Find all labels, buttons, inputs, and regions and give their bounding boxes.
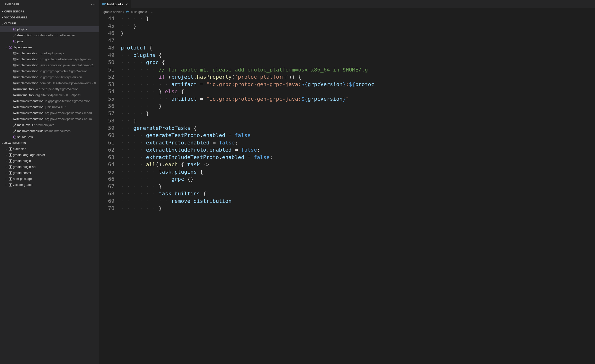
- project-item-gradle-language-server[interactable]: ›gradle-language-server: [0, 152, 99, 158]
- outline-item-description: org.powermock:powermock-api-m...: [45, 117, 95, 121]
- cube-icon: [13, 135, 17, 139]
- line-number: 68: [99, 190, 114, 198]
- outline-item-dependencies[interactable]: ⌄dependencies: [0, 44, 99, 50]
- module-icon: [8, 153, 13, 157]
- code-line[interactable]: · · · · generateTestProto.enabled = fals…: [121, 132, 595, 139]
- code-line[interactable]: · · · · extractProto.enabled = false;: [121, 139, 595, 147]
- section-vscode-gradle[interactable]: › VSCODE-GRADLE: [0, 14, 99, 20]
- svg-rect-22: [14, 95, 16, 95]
- project-item-gradle-server[interactable]: ›gradle-server: [0, 170, 99, 176]
- code-line[interactable]: · · · · · · } else {: [121, 88, 595, 96]
- code-line[interactable]: · · · · all().each { task ->: [121, 161, 595, 168]
- outline-item-mainJavaDir[interactable]: ›mainJavaDirsrc/main/java: [0, 122, 99, 128]
- code-line[interactable]: · · · · grpc {: [121, 59, 595, 66]
- tab-label: build.gradle: [107, 2, 123, 6]
- outline-item-plugins[interactable]: ›plugins: [0, 26, 99, 32]
- code-line[interactable]: · · · · · · · · remove distribution: [121, 198, 595, 205]
- constant-icon: [13, 93, 17, 97]
- outline-item-sourceSets[interactable]: ›sourceSets: [0, 134, 99, 140]
- code-line[interactable]: · · · · · · task.builtins {: [121, 190, 595, 198]
- svg-rect-30: [14, 112, 16, 114]
- outline-item-runtimeOnly[interactable]: ›runtimeOnlyorg.slf4j:slf4j-simple:2.0.0…: [0, 92, 99, 98]
- chevron-right-icon: ›: [4, 153, 8, 157]
- code-line[interactable]: · · · · · · // for apple m1, please add …: [121, 66, 595, 74]
- outline-item-runtimeOnly[interactable]: ›runtimeOnlyio.grpc:grpc-netty:$grpcVers…: [0, 86, 99, 92]
- svg-rect-7: [14, 65, 16, 65]
- project-item-npm-package[interactable]: ›npm-package: [0, 176, 99, 182]
- outline-item-label: implementation: [17, 69, 38, 73]
- svg-rect-21: [14, 94, 16, 96]
- code-line[interactable]: · · · · extractIncludeProto.enabled = fa…: [121, 146, 595, 154]
- code-line[interactable]: · · · · · · · · artifact = "io.grpc:prot…: [121, 96, 595, 103]
- outline-item-label: runtimeOnly: [17, 93, 34, 97]
- svg-rect-3: [14, 58, 16, 60]
- code-line[interactable]: · · · · extractIncludeTestProto.enabled …: [121, 154, 595, 161]
- outline-item-java[interactable]: ›java: [0, 38, 99, 44]
- code-line[interactable]: · · · · · · · · artifact = "io.grpc:prot…: [121, 81, 595, 88]
- code-line[interactable]: · · · · }: [121, 110, 595, 117]
- constant-icon: [13, 87, 17, 91]
- outline-item-label: testImplementation: [17, 117, 43, 121]
- project-item-gradle-plugin-api[interactable]: ›gradle-plugin-api: [0, 164, 99, 170]
- line-number: 64: [99, 161, 114, 168]
- code-line[interactable]: · · generateProtoTasks {: [121, 125, 595, 132]
- breadcrumbs[interactable]: gradle-server › build.gradle › ...: [99, 8, 595, 15]
- code-line[interactable]: · · · · · · · · grpc {}: [121, 176, 595, 183]
- code-line[interactable]: · · · · · · }: [121, 205, 595, 212]
- breadcrumb-folder[interactable]: gradle-server: [103, 10, 122, 14]
- outline-item-testImplementation[interactable]: ›testImplementationio.grpc:grpc-testing:…: [0, 98, 99, 104]
- outline-item-testImplementation[interactable]: ›testImplementationjunit:junit:4.13.1: [0, 104, 99, 110]
- code-line[interactable]: }: [121, 30, 595, 37]
- section-label: OUTLINE: [4, 22, 16, 25]
- outline-item-testImplementation[interactable]: ›testImplementationorg.powermock:powermo…: [0, 110, 99, 116]
- code-line[interactable]: · · · · · · }: [121, 103, 595, 110]
- outline-item-implementation[interactable]: ›implementationorg.gradle:gradle-tooling…: [0, 56, 99, 62]
- tab-build-gradle[interactable]: build.gradle ×: [99, 0, 131, 8]
- outline-item-description: org.slf4j:slf4j-simple:2.0.0-alpha1: [35, 93, 81, 97]
- breadcrumb-trail[interactable]: ...: [151, 10, 154, 14]
- section-java-projects[interactable]: ⌄ JAVA PROJECTS: [0, 140, 99, 146]
- section-outline[interactable]: ⌄ OUTLINE: [0, 20, 99, 26]
- line-number: 52: [99, 73, 114, 81]
- module-icon: [8, 177, 13, 181]
- chevron-right-icon: ›: [0, 10, 4, 13]
- code-line[interactable]: · · · · · · task.plugins {: [121, 168, 595, 176]
- more-actions-icon[interactable]: ···: [91, 2, 96, 7]
- outline-item-implementation[interactable]: ›implementationcom.github.zafarkhaja:jav…: [0, 80, 99, 86]
- line-number: 56: [99, 103, 114, 110]
- section-open-editors[interactable]: › OPEN EDITORS: [0, 8, 99, 14]
- code-line[interactable]: · · plugins {: [121, 52, 595, 59]
- breadcrumb-file[interactable]: build.gradle: [131, 10, 147, 14]
- outline-item-implementation[interactable]: ›implementationio.grpc:grpc-protobuf:$gr…: [0, 68, 99, 74]
- code-line[interactable]: protobuf {: [121, 44, 595, 52]
- outline-item-testImplementation[interactable]: ›testImplementationorg.powermock:powermo…: [0, 116, 99, 122]
- outline-item-description: javax.annotation:javax.annotation-api:1.…: [40, 63, 96, 67]
- code-line[interactable]: · · · · }: [121, 15, 595, 22]
- line-number: 55: [99, 96, 114, 103]
- code-editor[interactable]: 4445464748495051525354555657585960616263…: [99, 15, 595, 364]
- project-label: gradle-plugin-api: [13, 165, 36, 169]
- code-line[interactable]: · · }: [121, 22, 595, 30]
- outline-item-implementation[interactable]: ›implementation:gradle-plugin-api: [0, 50, 99, 56]
- code-line[interactable]: [121, 37, 595, 44]
- chevron-right-icon: ›: [4, 165, 8, 169]
- code-line[interactable]: · · · · · · }: [121, 183, 595, 190]
- project-item-vscode-gradle[interactable]: ›vscode-gradle: [0, 182, 99, 188]
- line-number: 65: [99, 168, 114, 176]
- svg-rect-45: [10, 172, 11, 174]
- outline-item-label: implementation: [17, 57, 38, 61]
- project-item-gradle-plugin[interactable]: ›gradle-plugin: [0, 158, 99, 164]
- close-icon[interactable]: ×: [125, 2, 129, 6]
- outline-item-mainResourcesDir[interactable]: ›mainResourcesDirsrc/main/resources: [0, 128, 99, 134]
- code-line[interactable]: · · }: [121, 117, 595, 125]
- code-line[interactable]: · · · · · · if (project.hasProperty('pro…: [121, 73, 595, 81]
- outline-item-label: sourceSets: [17, 135, 33, 139]
- project-label: npm-package: [13, 177, 32, 181]
- sidebar-title: EXPLORER: [5, 3, 19, 6]
- code-content[interactable]: · · · · }· · }}protobuf {· · plugins {· …: [121, 15, 595, 364]
- outline-item-implementation[interactable]: ›implementationio.grpc:grpc-stub:$grpcVe…: [0, 74, 99, 80]
- outline-item-description[interactable]: ›descriptionvscode-gradle :: gradle-serv…: [0, 32, 99, 38]
- project-item-extension[interactable]: ›extension: [0, 146, 99, 152]
- outline-item-label: mainJavaDir: [17, 123, 35, 127]
- outline-item-implementation[interactable]: ›implementationjavax.annotation:javax.an…: [0, 62, 99, 68]
